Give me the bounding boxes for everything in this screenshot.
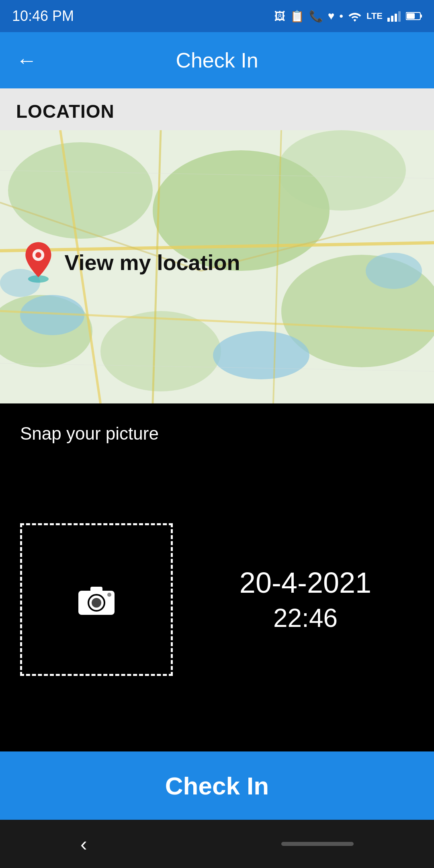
location-label: LOCATION	[16, 101, 115, 122]
svg-point-29	[35, 252, 41, 258]
svg-rect-1	[391, 16, 393, 22]
svg-rect-5	[420, 14, 422, 18]
svg-point-34	[107, 593, 111, 597]
checkin-button[interactable]: Check In	[0, 751, 434, 820]
camera-icon-wrap	[76, 583, 117, 617]
view-location-text: View my location	[64, 250, 240, 275]
svg-rect-6	[407, 13, 415, 19]
map-container[interactable]: View my location	[0, 130, 434, 403]
location-section: LOCATION	[0, 88, 434, 130]
wifi-icon	[348, 10, 362, 22]
svg-point-32	[92, 598, 101, 608]
svg-rect-2	[395, 14, 397, 22]
svg-rect-3	[398, 11, 401, 22]
battery-icon	[406, 12, 422, 20]
camera-content: 20-4-2021 22:46	[20, 464, 414, 735]
time-text: 22:46	[273, 603, 338, 633]
signal-icon	[387, 10, 401, 22]
snap-label: Snap your picture	[20, 424, 414, 444]
heart-icon: ♥	[328, 10, 335, 23]
status-icons: 🖼 📋 📞 ♥ • LTE	[274, 10, 422, 23]
svg-point-8	[8, 142, 153, 239]
back-button[interactable]: ←	[16, 48, 37, 72]
svg-point-10	[277, 130, 406, 211]
camera-icon	[76, 583, 117, 617]
location-pin-icon	[20, 240, 56, 285]
checkin-button-label: Check In	[165, 772, 269, 800]
camera-section: Snap your picture 20-4-2021 22:46	[0, 403, 434, 751]
svg-rect-33	[90, 587, 102, 593]
phone-icon: 📞	[309, 10, 323, 23]
status-time: 10:46 PM	[12, 8, 74, 25]
date-text: 20-4-2021	[240, 566, 371, 599]
svg-point-16	[366, 253, 422, 289]
svg-rect-0	[387, 18, 390, 22]
dot-icon: •	[339, 10, 343, 23]
camera-frame[interactable]	[20, 523, 173, 676]
home-indicator	[281, 842, 354, 846]
status-bar: 10:46 PM 🖼 📋 📞 ♥ • LTE	[0, 0, 434, 32]
map-overlay[interactable]: View my location	[20, 240, 240, 285]
nav-back-button[interactable]: ‹	[80, 832, 87, 856]
nav-bar: ‹	[0, 820, 434, 868]
svg-point-15	[213, 331, 309, 379]
page-title: Check In	[176, 48, 258, 72]
lte-icon: LTE	[366, 11, 383, 21]
app-bar: ← Check In	[0, 32, 434, 88]
datetime-display: 20-4-2021 22:46	[197, 566, 414, 633]
gallery-icon: 🖼	[274, 10, 285, 23]
message-icon: 📋	[290, 10, 304, 23]
svg-point-13	[100, 311, 221, 391]
